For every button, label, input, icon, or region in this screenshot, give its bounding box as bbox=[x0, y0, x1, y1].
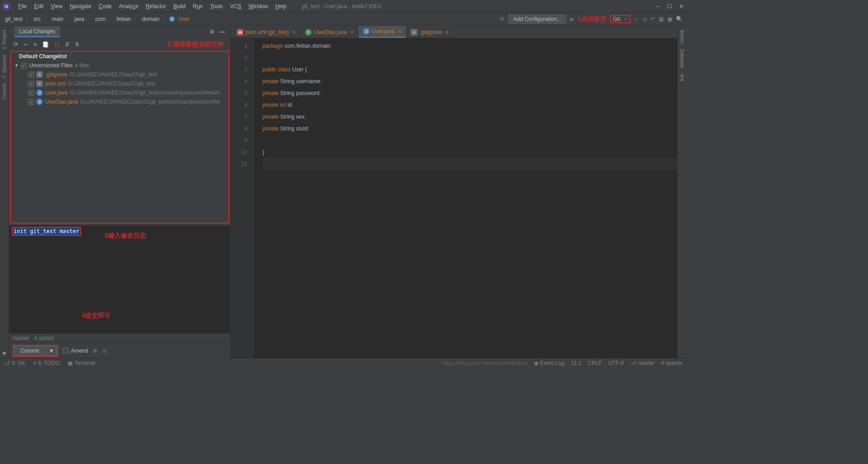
menu-tools[interactable]: Tools bbox=[207, 3, 227, 10]
line-separator[interactable]: CRLF bbox=[588, 360, 602, 366]
checkbox[interactable]: ✓ bbox=[28, 72, 34, 78]
crumb-seg[interactable]: com bbox=[94, 16, 107, 22]
code-line[interactable]: private int id; bbox=[262, 99, 677, 111]
checkbox[interactable]: ✓ bbox=[28, 99, 34, 105]
menu-analyze[interactable]: Analyze bbox=[115, 3, 142, 10]
diff-icon[interactable]: ≡ bbox=[34, 41, 37, 48]
maximize-icon[interactable]: ☐ bbox=[667, 3, 672, 10]
run-config-button[interactable]: Add Configuration... bbox=[508, 15, 566, 24]
editor-tab[interactable]: m pom.xml (git_test) × bbox=[232, 27, 301, 38]
local-changes-tab[interactable]: Local Changes bbox=[15, 26, 60, 37]
menu-edit[interactable]: Edit bbox=[30, 3, 47, 10]
code-line[interactable]: private String stuId; bbox=[262, 123, 677, 135]
crumb-seg[interactable]: main bbox=[50, 16, 65, 22]
commit-dropdown-button[interactable]: ▼ bbox=[46, 346, 57, 356]
git-branch[interactable]: ⎇ master bbox=[630, 360, 655, 366]
code-line[interactable] bbox=[262, 52, 677, 64]
undo-icon[interactable]: ↶ bbox=[651, 16, 655, 22]
menu-run[interactable]: Run bbox=[189, 3, 207, 10]
menu-window[interactable]: Window bbox=[245, 3, 271, 10]
commit-message-input[interactable]: init git_test master bbox=[12, 227, 81, 236]
history-icon[interactable]: ◷ bbox=[642, 16, 647, 22]
code-line[interactable] bbox=[262, 158, 677, 170]
code-line[interactable]: private String password; bbox=[262, 87, 677, 99]
build-icon[interactable]: ⚒ bbox=[499, 16, 504, 22]
toolwindow-project[interactable]: 1: Project bbox=[2, 27, 7, 52]
file-row[interactable]: ✓ J UserDao.java G:\JAVAEE\JAVAEE2\day32… bbox=[11, 97, 228, 106]
crumb-seg[interactable]: feitian bbox=[115, 16, 132, 22]
amend-checkbox[interactable]: Amend bbox=[63, 348, 88, 354]
minimize-icon[interactable]: ─ bbox=[656, 3, 660, 10]
toolwindow-ant[interactable]: Ant bbox=[680, 71, 685, 84]
menu-file[interactable]: File bbox=[15, 3, 30, 10]
code-line[interactable]: private String sex; bbox=[262, 111, 677, 123]
editor-tab[interactable]: ≡ .gitignore × bbox=[406, 27, 454, 38]
checkbox[interactable]: ✓ bbox=[28, 81, 34, 87]
toolwindow-commit[interactable]: Commit bbox=[2, 81, 7, 102]
toolbar-icon[interactable]: ▣ bbox=[667, 16, 672, 22]
rollback-icon[interactable]: ⤺ bbox=[24, 41, 28, 48]
code-line[interactable] bbox=[262, 135, 677, 146]
editor-tab[interactable]: I UserDao.java × bbox=[301, 27, 359, 38]
toolwindow-maven[interactable]: Maven bbox=[680, 27, 685, 46]
close-icon[interactable]: ✕ bbox=[679, 3, 684, 10]
close-tab-icon[interactable]: × bbox=[350, 29, 354, 35]
menu-navigate[interactable]: Navigate bbox=[66, 3, 95, 10]
caret-down-icon[interactable]: ▼ bbox=[15, 63, 19, 68]
checkbox[interactable]: ✓ bbox=[28, 90, 34, 96]
close-tab-icon[interactable]: × bbox=[398, 28, 401, 35]
file-row[interactable]: ✓ ≡ .gitignore G:\JAVAEE\JAVAEE2\day32\g… bbox=[11, 70, 228, 79]
search-icon[interactable]: 🔍 bbox=[676, 16, 683, 22]
git-commit-icon[interactable]: ✓ bbox=[623, 16, 628, 22]
default-changelist[interactable]: Default Changelist bbox=[11, 52, 228, 61]
indent[interactable]: 4 spaces bbox=[661, 360, 683, 366]
crumb-seg[interactable]: User bbox=[177, 16, 191, 22]
crumb-seg[interactable]: java bbox=[73, 16, 86, 22]
checkmark-icon[interactable]: ✓ bbox=[634, 16, 639, 22]
close-tab-icon[interactable]: × bbox=[292, 29, 296, 35]
editor-tab[interactable]: J User.java × bbox=[359, 26, 406, 38]
file-row[interactable]: ✓ J User.java G:\JAVAEE\JAVAEE2\day32\gi… bbox=[11, 88, 228, 97]
status-terminal[interactable]: ▣ Terminal bbox=[68, 360, 95, 366]
shelve-icon[interactable]: 📑 bbox=[42, 41, 49, 48]
menu-view[interactable]: View bbox=[47, 3, 66, 10]
code-line[interactable]: public class User { bbox=[262, 64, 677, 75]
toolwindow-database[interactable]: Database bbox=[680, 46, 685, 71]
file-row[interactable]: ✓ ≡ pom.xml G:\JAVAEE\JAVAEE2\day32\git_… bbox=[11, 79, 228, 88]
status-todo[interactable]: ≡ 6: TODO bbox=[33, 360, 60, 366]
event-log[interactable]: ◉ Event Log bbox=[534, 360, 564, 366]
toolwindow-structure[interactable]: 7: Structure bbox=[2, 52, 7, 81]
menu-code[interactable]: Code bbox=[95, 3, 115, 10]
crumb-seg[interactable]: domain bbox=[140, 16, 161, 22]
changes-tree[interactable]: Default Changelist ▼ ✓ Unversioned Files… bbox=[10, 51, 229, 224]
toolbar-icon[interactable]: ▦ bbox=[659, 16, 664, 22]
menu-vcs[interactable]: VCS bbox=[227, 3, 245, 10]
crumb-seg[interactable]: git_test bbox=[4, 16, 24, 22]
minimize-panel-icon[interactable]: — bbox=[219, 29, 225, 35]
breadcrumb[interactable]: git_test〉 src〉 main〉 java〉 com〉 feitian〉… bbox=[4, 15, 191, 23]
menu-build[interactable]: Build bbox=[170, 3, 189, 10]
gear-icon[interactable]: ⚙ bbox=[210, 29, 215, 35]
run-icon[interactable]: ▶ bbox=[570, 16, 574, 22]
star-icon[interactable]: ★ bbox=[2, 348, 7, 358]
crumb-seg[interactable]: src bbox=[32, 16, 42, 22]
expand-icon[interactable]: ⇵ bbox=[65, 41, 69, 48]
encoding[interactable]: UTF-8 bbox=[608, 360, 624, 366]
menu-refactor[interactable]: Refactor bbox=[142, 3, 170, 10]
commit-button[interactable]: Commit bbox=[14, 346, 46, 356]
status-git[interactable]: ⎇ 9: Git bbox=[4, 360, 25, 366]
code-line[interactable]: } bbox=[262, 146, 677, 158]
commit-message-area[interactable]: init git_test master 3键入修改日志 4提交即可 bbox=[9, 225, 230, 334]
group-icon[interactable]: ⬚ bbox=[54, 41, 59, 48]
close-tab-icon[interactable]: × bbox=[446, 29, 449, 35]
refresh-icon[interactable]: ⟳ bbox=[14, 41, 18, 48]
checkbox[interactable] bbox=[63, 348, 69, 354]
collapse-icon[interactable]: ⇅ bbox=[75, 41, 79, 48]
code-line[interactable]: package com.feitian.domain; bbox=[262, 40, 677, 52]
code-line[interactable]: private String username; bbox=[262, 75, 677, 87]
gear-icon[interactable]: ⚙ bbox=[93, 348, 98, 354]
caret-position[interactable]: 11:1 bbox=[571, 360, 581, 366]
history-icon[interactable]: ◷ bbox=[102, 348, 107, 354]
menu-help[interactable]: Help bbox=[271, 3, 290, 10]
checkbox[interactable]: ✓ bbox=[21, 63, 27, 69]
